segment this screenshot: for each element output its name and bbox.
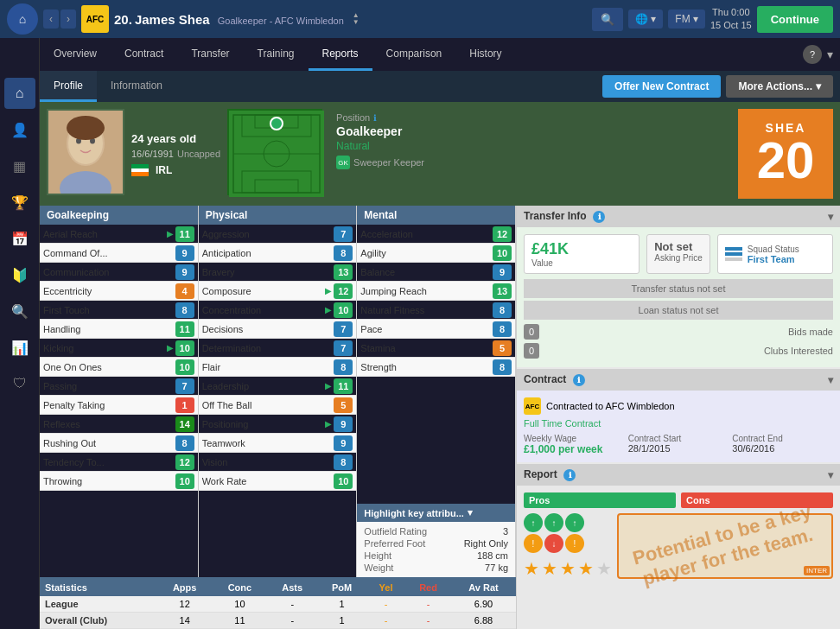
subtab-information[interactable]: Information xyxy=(97,71,176,102)
more-actions-button[interactable]: More Actions... ▾ xyxy=(726,75,833,98)
goalkeeping-attrs: Aerial Reach ▶ 11 Command Of... 9 Commun… xyxy=(40,225,198,491)
transfer-info-section: Transfer Info ℹ ▾ £41K Value xyxy=(517,206,840,367)
transfer-chevron-icon: ▾ xyxy=(828,211,833,223)
player-caps: Uncapped xyxy=(177,149,220,159)
world-icon[interactable]: 🌐 ▾ xyxy=(628,10,663,29)
sidebar-icon-graph[interactable]: 📊 xyxy=(4,332,35,363)
contract-end-label: Contract End xyxy=(732,434,833,443)
report-icon-row-2: ! ↓ ! xyxy=(524,534,612,553)
player-nav-updown[interactable]: ▲ ▼ xyxy=(353,12,360,26)
contract-start-label: Contract Start xyxy=(628,434,729,443)
attr-concentration: Concentration ▶ 10 xyxy=(199,301,357,320)
arrow-icon: ▶ xyxy=(325,381,332,391)
search-button[interactable]: 🔍 xyxy=(592,8,623,31)
col-apps: Apps xyxy=(157,579,213,596)
arrow-icon: ▶ xyxy=(325,305,332,314)
attr-acceleration: Acceleration 12 xyxy=(357,225,515,244)
attr-handling: Handling 11 xyxy=(40,320,198,339)
highlight-attrs-button[interactable]: Highlight key attribu... ▾ xyxy=(357,504,515,522)
mental-header: Mental xyxy=(357,206,515,225)
tab-transfer[interactable]: Transfer xyxy=(177,38,243,71)
attrs-cols-row: Goalkeeping Aerial Reach ▶ 11 Command Of… xyxy=(40,206,516,577)
number-badge: SHEA 20 xyxy=(738,109,833,199)
contract-type: Full Time Contract xyxy=(524,418,833,429)
sidebar-icon-squad[interactable]: ▦ xyxy=(4,150,35,181)
attr-bravery: Bravery 13 xyxy=(199,263,357,282)
attr-passing: Passing 7 xyxy=(40,377,198,396)
sidebar-icon-calendar[interactable]: 📅 xyxy=(4,223,35,254)
clubs-label: Clubs Interested xyxy=(764,346,833,356)
expand-button[interactable]: ▾ xyxy=(827,48,833,61)
star-5-empty: ★ xyxy=(596,559,612,578)
league-yel: - xyxy=(366,596,405,613)
star-2: ★ xyxy=(542,559,557,578)
tab-training[interactable]: Training xyxy=(244,38,309,71)
attr-reflexes: Reflexes 14 xyxy=(40,415,198,434)
sidebar-icon-search[interactable]: 🔍 xyxy=(4,295,35,327)
attrs-and-right: Goalkeeping Aerial Reach ▶ 11 Command Of… xyxy=(40,206,840,629)
tab-history[interactable]: History xyxy=(455,38,515,71)
forward-button[interactable]: › xyxy=(60,10,76,29)
home-icon[interactable]: ⌂ xyxy=(7,3,38,35)
player-photo xyxy=(47,109,124,195)
sub-tabs-right: Offer New Contract More Actions... ▾ xyxy=(595,71,840,102)
attr-pace: Pace 8 xyxy=(357,320,515,339)
league-asts: - xyxy=(267,596,317,613)
report-circle-1: ↑ xyxy=(524,513,543,532)
tab-comparison[interactable]: Comparison xyxy=(372,38,456,71)
tab-overview[interactable]: Overview xyxy=(40,38,111,71)
loan-status-button[interactable]: Loan status not set xyxy=(524,301,833,320)
transfer-info-header[interactable]: Transfer Info ℹ ▾ xyxy=(517,206,840,227)
squad-bars xyxy=(725,247,742,261)
attr-decisions: Decisions 7 xyxy=(199,320,357,339)
sidebar-icon-badge[interactable]: 🔰 xyxy=(4,259,35,290)
star-3: ★ xyxy=(560,559,576,578)
sidebar-icon-trophy[interactable]: 🏆 xyxy=(4,187,35,218)
stats-row-overall: Overall (Club) 14 11 - 1 - - 6.88 xyxy=(40,613,516,629)
goalkeeping-col: Goalkeeping Aerial Reach ▶ 11 Command Of… xyxy=(40,206,199,577)
back-button[interactable]: ‹ xyxy=(43,10,59,29)
arrow-icon: ▶ xyxy=(167,343,174,353)
contract-end-val: 30/6/2016 xyxy=(732,443,833,454)
sweeper-icon: GK xyxy=(336,156,350,169)
sidebar-icon-shield[interactable]: 🛡 xyxy=(4,368,35,399)
squad-bar-3 xyxy=(725,257,742,261)
league-conc: 10 xyxy=(213,596,268,613)
tab-contract[interactable]: Contract xyxy=(111,38,177,71)
fm-menu[interactable]: FM ▾ xyxy=(668,10,705,29)
not-set-cell: Not set Asking Price xyxy=(646,234,710,274)
contract-club-badge: AFC xyxy=(524,397,541,415)
attr-positioning: Positioning ▶ 9 xyxy=(199,415,357,434)
flag-icon xyxy=(131,164,149,176)
continue-button[interactable]: Continue xyxy=(757,6,833,33)
asking-price-not-set: Not set xyxy=(654,240,703,253)
position-label: Position xyxy=(336,112,370,123)
attr-rushing-out: Rushing Out 8 xyxy=(40,434,198,453)
player-info-block: 24 years old 16/6/1991 Uncapped IRL xyxy=(131,109,220,199)
player-age: 24 years old xyxy=(131,132,220,145)
position-info-icon[interactable]: ℹ xyxy=(373,113,377,123)
clubs-count: 0 xyxy=(524,343,539,359)
attr-vision: Vision 8 xyxy=(199,453,357,472)
report-header[interactable]: Report ℹ ▾ xyxy=(517,464,840,486)
squad-status-val: First Team xyxy=(748,254,799,264)
squad-bar-1 xyxy=(725,247,742,251)
help-button[interactable]: ? xyxy=(803,45,822,64)
tab-reports[interactable]: Reports xyxy=(309,38,372,71)
bids-label: Bids made xyxy=(788,327,833,337)
overall-avrat: 6.88 xyxy=(451,613,516,629)
report-info-icon: ℹ xyxy=(563,469,576,481)
contract-header[interactable]: Contract ℹ ▾ xyxy=(517,369,840,391)
asking-price-label: Asking Price xyxy=(654,253,703,263)
bids-count: 0 xyxy=(524,324,539,340)
sidebar-icon-person[interactable]: 👤 xyxy=(4,114,35,145)
transfer-value-cell: £41K Value xyxy=(524,234,640,274)
icon-sidebar: ⌂ 👤 ▦ 🏆 📅 🔰 🔍 📊 🛡 xyxy=(0,71,40,629)
nav-tabs: Overview Contract Transfer Training Repo… xyxy=(40,38,796,71)
sidebar-icon-home[interactable]: ⌂ xyxy=(4,78,35,109)
content-area: Profile Information Offer New Contract M… xyxy=(40,71,840,629)
offer-contract-button[interactable]: Offer New Contract xyxy=(602,75,721,98)
subtab-profile[interactable]: Profile xyxy=(40,71,97,102)
transfer-status-button[interactable]: Transfer status not set xyxy=(524,279,833,298)
attr-work-rate: Work Rate 10 xyxy=(199,472,357,491)
